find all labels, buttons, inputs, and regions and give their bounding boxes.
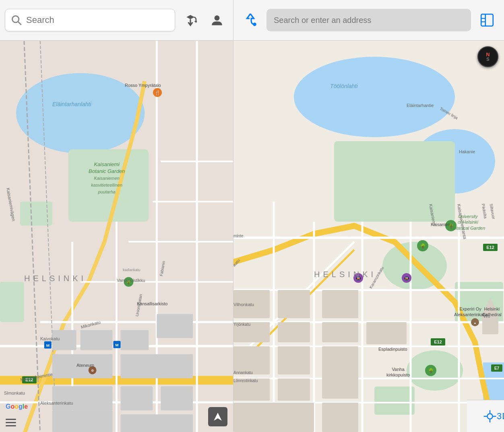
svg-rect-57: [334, 141, 455, 222]
svg-text:E12: E12: [25, 377, 33, 382]
book-icon: [479, 12, 495, 28]
svg-rect-32: [81, 330, 113, 350]
svg-text:E12: E12: [486, 245, 494, 250]
svg-text:🌳: 🌳: [428, 368, 434, 374]
svg-rect-40: [52, 410, 113, 432]
svg-rect-82: [278, 379, 310, 401]
svg-rect-33: [120, 330, 149, 350]
svg-rect-38: [120, 386, 153, 410]
svg-text:⊕: ⊕: [91, 368, 94, 372]
person-button[interactable]: [206, 9, 228, 31]
svg-rect-74: [278, 290, 310, 318]
svg-rect-36: [120, 354, 193, 378]
svg-text:🌳: 🌳: [126, 280, 131, 285]
person-icon: [211, 14, 223, 27]
svg-text:🌳: 🌳: [448, 223, 454, 229]
svg-rect-77: [278, 322, 310, 342]
svg-text:●: ●: [474, 321, 476, 325]
svg-rect-84: [366, 322, 407, 344]
svg-point-109: [487, 413, 492, 419]
svg-rect-35: [52, 354, 113, 378]
route-arrow-button[interactable]: [240, 10, 261, 31]
location-icon: [483, 409, 497, 423]
left-search-panel: [0, 0, 233, 40]
bottom-bar: 3D i: [467, 400, 504, 432]
svg-rect-81: [233, 379, 270, 401]
google-logo: Google: [6, 403, 28, 410]
book-button[interactable]: [477, 10, 498, 31]
svg-rect-80: [278, 346, 310, 374]
address-search-input[interactable]: [274, 16, 464, 25]
search-icon: [11, 14, 22, 26]
svg-rect-4: [481, 14, 493, 26]
svg-rect-85: [233, 403, 314, 432]
svg-marker-52: [214, 413, 222, 421]
svg-text:M: M: [46, 343, 50, 348]
directions-icon: [184, 14, 197, 27]
svg-rect-78: [322, 322, 358, 342]
svg-point-9: [16, 73, 145, 154]
svg-rect-83: [322, 346, 358, 399]
svg-rect-61: [374, 387, 415, 415]
svg-rect-41: [120, 414, 193, 432]
search-box: [5, 9, 175, 31]
svg-point-0: [12, 16, 19, 23]
nav-arrow-icon: [212, 411, 223, 422]
svg-text:M: M: [115, 343, 118, 347]
threed-button[interactable]: 3D: [497, 404, 504, 428]
compass[interactable]: N S: [477, 46, 498, 67]
ham-line-3: [6, 425, 16, 426]
svg-rect-103: [482, 314, 498, 334]
route-arrow-icon: [242, 12, 259, 29]
svg-rect-86: [322, 403, 358, 432]
svg-text:E12: E12: [434, 339, 442, 344]
svg-rect-73: [233, 290, 270, 318]
svg-point-3: [253, 23, 256, 26]
address-search-box: [266, 9, 471, 31]
ham-line-2: [6, 422, 16, 423]
top-bar: [0, 0, 504, 41]
ham-line-1: [6, 419, 16, 420]
location-button[interactable]: [483, 404, 497, 428]
svg-rect-31: [52, 330, 76, 350]
hamburger-menu[interactable]: [6, 419, 16, 426]
svg-rect-79: [233, 346, 270, 374]
svg-rect-75: [322, 290, 358, 318]
svg-text:🚇: 🚇: [356, 276, 361, 281]
right-search-panel: [233, 0, 504, 40]
compass-south: S: [486, 57, 490, 62]
map-area[interactable]: E12 M M 🌳 ⊕ Eläintarhanlahti HELSINKI Ka…: [0, 41, 504, 432]
left-map[interactable]: E12 M M 🌳 ⊕ Eläintarhanlahti HELSINKI Ka…: [0, 41, 233, 432]
navigation-arrow-button[interactable]: [208, 407, 227, 426]
svg-text:E7: E7: [494, 366, 500, 370]
svg-rect-37: [52, 386, 113, 410]
svg-text:🚇: 🚇: [404, 276, 409, 281]
svg-text:🌳: 🌳: [420, 243, 426, 249]
svg-rect-11: [68, 149, 149, 222]
svg-line-1: [18, 22, 21, 25]
svg-point-54: [294, 57, 455, 137]
threed-label: 3D: [497, 411, 504, 422]
svg-rect-34: [157, 314, 193, 338]
directions-button[interactable]: [179, 9, 202, 31]
search-input[interactable]: [26, 15, 169, 25]
svg-point-2: [215, 15, 220, 21]
rosso-marker[interactable]: 🍴: [153, 88, 162, 97]
svg-rect-13: [0, 282, 24, 322]
svg-rect-39: [161, 386, 193, 410]
right-map[interactable]: E12 E12 E7 🌳 🌳 🌳 🚇 🚇: [233, 41, 504, 432]
svg-rect-76: [233, 322, 270, 342]
